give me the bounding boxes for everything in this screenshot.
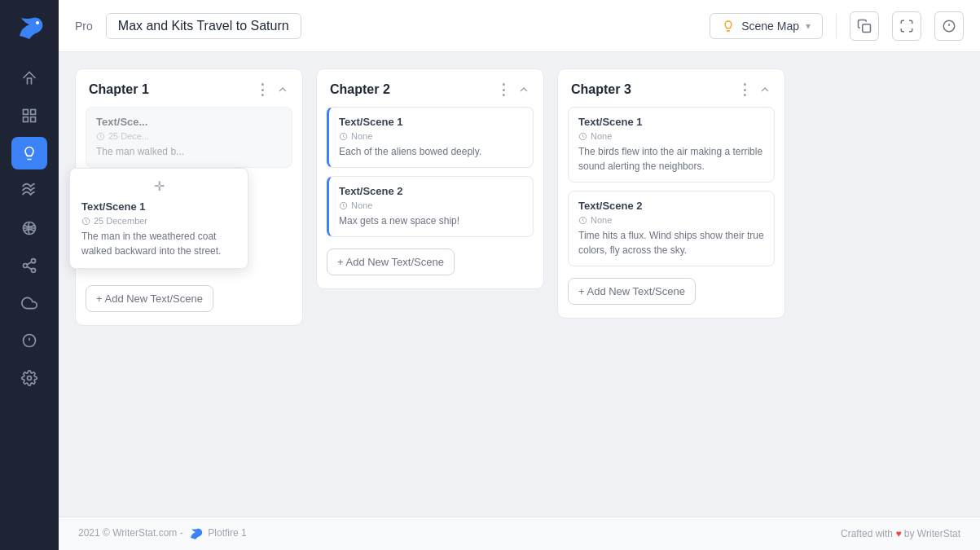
blurred-date: 25 Dece... [96, 131, 282, 141]
scene-ch3-2-title: Text/Scene 2 [578, 200, 764, 212]
blurred-title: Text/Sce... [96, 116, 282, 128]
bulb-icon [722, 20, 735, 33]
chapter-2-title: Chapter 2 [330, 82, 490, 97]
chapter-col-1: Chapter 1 ⋮ Text/Sce... 25 Dece... The m… [75, 68, 303, 326]
scene-map-label: Scene Map [741, 20, 799, 33]
chapter-1-collapse[interactable] [276, 83, 289, 96]
footer-right: Crafted with ♥ by WriterStat [841, 528, 960, 539]
chapter-3-collapse[interactable] [758, 83, 771, 96]
svg-point-0 [36, 21, 39, 24]
chapter-col-2: Chapter 2 ⋮ Text/Scene 1 None Each of th… [316, 68, 544, 289]
svg-point-6 [32, 259, 36, 263]
svg-rect-3 [24, 117, 29, 122]
chapter-col-3: Chapter 3 ⋮ Text/Scene 1 None The birds … [557, 68, 785, 319]
chevron-down-icon: ▾ [806, 20, 811, 32]
scene-ch2-2-body: Max gets a new space ship! [339, 213, 523, 228]
heart-icon: ♥ [895, 528, 903, 539]
chapter-3-header: Chapter 3 ⋮ [558, 69, 784, 107]
tooltip-body: The man in the weathered coat walked bac… [81, 229, 236, 258]
scene-ch3-1-title: Text/Scene 1 [578, 116, 764, 128]
add-scene-btn-ch2[interactable]: + Add New Text/Scene [327, 249, 455, 275]
svg-line-9 [27, 266, 32, 269]
footer-right-text: Crafted with [841, 528, 893, 539]
footer-left: 2021 © WriterStat.com - Plotfire 1 [78, 526, 247, 542]
sidebar-item-globe[interactable] [11, 212, 47, 244]
sidebar-item-grid[interactable] [11, 99, 47, 132]
scene-ch3-2-date: None [578, 215, 764, 225]
fullscreen-button[interactable] [892, 11, 921, 41]
chapter-2-menu[interactable]: ⋮ [496, 81, 511, 99]
header-divider [836, 14, 837, 38]
info-button[interactable] [934, 11, 964, 41]
scene-ch2-1-body: Each of the aliens bowed deeply. [339, 144, 523, 159]
sidebar-item-gear[interactable] [11, 362, 47, 394]
sidebar-nav [11, 62, 47, 540]
svg-point-8 [32, 268, 36, 272]
scene-tooltip: ✛ Text/Scene 1 25 December The man in th… [69, 168, 248, 269]
scene-card-ch2-1[interactable]: Text/Scene 1 None Each of the aliens bow… [327, 107, 534, 168]
footer: 2021 © WriterStat.com - Plotfire 1 Craft… [59, 517, 980, 550]
scene-ch3-2-body: Time hits a flux. Wind ships show their … [578, 228, 764, 257]
scene-ch3-1-date: None [578, 131, 764, 141]
scene-card-ch3-2[interactable]: Text/Scene 2 None Time hits a flux. Wind… [568, 191, 775, 266]
chapter-1-header: Chapter 1 ⋮ [76, 69, 302, 107]
pro-label: Pro [75, 20, 93, 33]
board: Chapter 1 ⋮ Text/Sce... 25 Dece... The m… [59, 52, 980, 517]
header: Pro Max and Kits Travel to Saturn Scene … [59, 0, 980, 52]
tooltip-title: Text/Scene 1 [81, 200, 236, 213]
scene-ch2-1-title: Text/Scene 1 [339, 116, 523, 128]
svg-rect-15 [863, 24, 871, 32]
sidebar-item-bulb[interactable] [11, 137, 47, 169]
scene-map-button[interactable]: Scene Map ▾ [710, 13, 823, 39]
sidebar [0, 0, 59, 550]
svg-point-7 [24, 264, 28, 268]
add-scene-btn-ch1[interactable]: + Add New Text/Scene [86, 285, 213, 312]
svg-rect-1 [24, 110, 29, 115]
svg-rect-4 [31, 117, 36, 122]
sidebar-item-cloud[interactable] [11, 287, 47, 319]
blurred-body: The man walked b... [96, 144, 282, 159]
sidebar-item-waves[interactable] [11, 174, 47, 207]
footer-right2-text: by WriterStat [904, 528, 960, 539]
svg-rect-2 [31, 110, 36, 115]
chapter-3-title: Chapter 3 [571, 82, 731, 97]
sidebar-item-share[interactable] [11, 249, 47, 282]
scene-ch2-1-date: None [339, 131, 523, 141]
svg-point-14 [28, 376, 32, 381]
chapter-2-collapse[interactable] [517, 83, 530, 96]
scene-card-blurred: Text/Sce... 25 Dece... The man walked b.… [86, 107, 292, 168]
chapter-1-title: Chapter 1 [89, 82, 248, 97]
scene-ch2-2-title: Text/Scene 2 [339, 185, 523, 197]
chapter-1-menu[interactable]: ⋮ [255, 81, 270, 99]
scene-card-ch3-1[interactable]: Text/Scene 1 None The birds flew into th… [568, 107, 775, 183]
copy-button[interactable] [850, 11, 879, 41]
footer-left-text: 2021 © WriterStat.com - [78, 527, 186, 539]
chapter-3-menu[interactable]: ⋮ [737, 81, 752, 99]
footer-plotfire: Plotfire 1 [208, 527, 246, 539]
sidebar-item-info[interactable] [11, 324, 47, 357]
tooltip-date: 25 December [81, 216, 236, 226]
scene-ch3-1-body: The birds flew into the air making a ter… [578, 144, 764, 174]
scene-ch2-2-date: None [339, 200, 523, 210]
add-scene-btn-ch3[interactable]: + Add New Text/Scene [568, 278, 696, 305]
project-title[interactable]: Max and Kits Travel to Saturn [106, 13, 301, 39]
scene-card-ch2-2[interactable]: Text/Scene 2 None Max gets a new space s… [327, 176, 534, 237]
drag-handle-icon: ✛ [154, 179, 165, 193]
sidebar-item-home[interactable] [11, 62, 47, 95]
app-logo [11, 10, 47, 46]
svg-line-10 [27, 262, 32, 264]
chapter-2-header: Chapter 2 ⋮ [317, 69, 543, 107]
main-content: Pro Max and Kits Travel to Saturn Scene … [59, 0, 980, 550]
footer-logo-icon [187, 526, 204, 542]
